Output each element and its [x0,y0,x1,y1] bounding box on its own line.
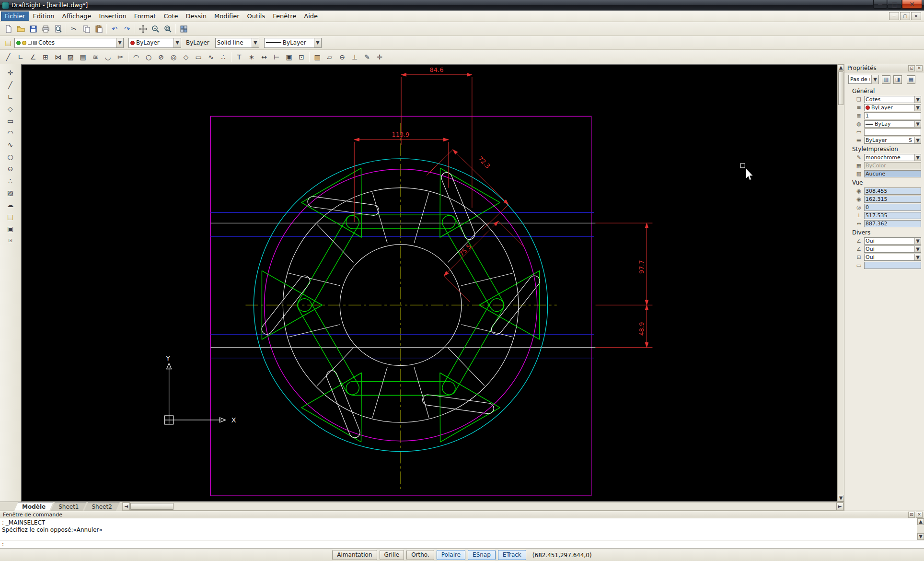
boundary-tool-button[interactable]: ▱ [323,51,336,63]
menu-edition[interactable]: Edition [29,12,58,21]
polyline-tool-button[interactable]: ∟ [4,91,17,102]
zoom-fit-button[interactable] [162,23,174,35]
scroll-thumb[interactable] [130,503,173,510]
menu-modifier[interactable]: Modifier [210,12,243,21]
region-tool-button[interactable]: ▤ [4,211,17,222]
close-panel-button[interactable]: ✕ [916,65,923,71]
tangent-tool-button[interactable]: ⊘ [155,51,167,63]
tab-modele[interactable]: Modèle [14,502,53,511]
close-command-button[interactable]: ✕ [916,512,923,518]
copy-button[interactable] [80,23,92,35]
misc-ucs-origin-combo[interactable]: Oui▼ [864,245,921,253]
menu-outils[interactable]: Outils [243,12,269,21]
edit-tool-button[interactable]: ✎ [361,51,373,63]
polyline-tool-button[interactable]: ∟ [14,51,27,63]
scroll-down-button[interactable]: ▼ [917,533,924,540]
status-ortho-button[interactable]: Ortho. [406,550,434,560]
print-button[interactable] [39,23,52,35]
prop-layer-combo[interactable]: Cotes▼ [864,96,921,103]
circle-tool-button[interactable]: ○ [142,51,155,63]
scroll-up-button[interactable]: ▲ [917,518,924,525]
menu-fichier[interactable]: Fichier [1,12,29,21]
insert-block-button[interactable]: ⊡ [295,51,308,63]
prop-hyperlink-field[interactable] [864,129,921,136]
ellipse-tool-button[interactable]: ⊖ [4,163,17,174]
drawing-canvas[interactable]: 84.6 113.9 72.3 [21,64,837,502]
array-tool-button[interactable]: ⊞ [39,51,52,63]
line-type-combo[interactable]: ByLayer ▼ [264,38,322,48]
block-tool-button[interactable]: ▣ [283,51,295,63]
fillet-tool-button[interactable]: ◡ [102,51,114,63]
move-tool-button[interactable]: ✛ [373,51,386,63]
dimension-tool-button[interactable]: ⊢ [270,51,283,63]
scroll-right-button[interactable]: ► [836,503,843,510]
menu-format[interactable]: Format [130,12,160,21]
command-input[interactable]: : [0,540,924,549]
command-history[interactable]: : _MAINSELECT Spécifiez le coin opposé:«… [0,518,924,540]
menu-cote[interactable]: Cote [160,12,182,21]
chamfer-tool-button[interactable]: ∠ [27,51,39,63]
line-tool-button[interactable]: ╱ [2,51,14,63]
status-etrack-button[interactable]: ETrack [498,550,526,560]
redo-button[interactable]: ↷ [121,23,133,35]
status-grille-button[interactable]: Grille [380,550,404,560]
arc-tool-button[interactable]: ◠ [130,51,142,63]
line-style-combo[interactable]: Solid line ▼ [215,38,259,48]
scroll-left-button[interactable]: ◄ [123,503,130,510]
select-filter-button[interactable]: ▥ [882,75,890,84]
print-preview-button[interactable] [52,23,64,35]
document-minimize-button[interactable]: ─ [889,12,899,20]
scroll-thumb[interactable] [838,71,843,105]
view-center-x-field[interactable]: 308.455 [864,187,921,195]
new-document-button[interactable] [2,23,14,35]
prop-linescale-field[interactable]: 1 [864,112,921,119]
line-color-combo[interactable]: ByLayer ▼ [128,38,181,48]
status-polaire-button[interactable]: Polaire [437,550,465,560]
prop-linetype-combo[interactable]: ByLay▼ [864,120,921,128]
menu-fenetre[interactable]: Fenêtre [269,12,300,21]
prop-printstyle-combo[interactable]: monochrome▼ [864,154,921,161]
hatch-tool-button[interactable]: ▨ [64,51,77,63]
region-tool-button[interactable]: ▤ [77,51,89,63]
status-aimantation-button[interactable]: Aimantation [332,550,377,560]
revision-cloud-button[interactable]: ☁ [4,199,17,210]
layer-combo[interactable]: Cotes ▼ [14,38,124,48]
spline-tool-button[interactable]: ∿ [205,51,217,63]
selection-combo[interactable]: Pas de sé ▼ [848,75,879,84]
menu-dessin[interactable]: Dessin [182,12,210,21]
spline-tool-button[interactable]: ∿ [4,139,17,150]
polygon-tool-button[interactable]: ◇ [180,51,192,63]
hatch-tool-button[interactable]: ▨ [4,187,17,198]
menu-aide[interactable]: Aide [300,12,322,21]
offset-tool-button[interactable]: ≋ [89,51,102,63]
line-tool-button[interactable]: ╱ [4,79,17,90]
view-center-z-field[interactable]: 0 [864,204,921,211]
block-tool-button[interactable]: ▣ [4,223,17,234]
rectangle-tool-button[interactable]: ▭ [4,115,17,126]
options-button[interactable] [177,23,190,35]
prop-lineweight-combo[interactable]: ByLayerS▼ [864,137,921,144]
text-tool-button[interactable]: T [233,51,245,63]
circle-tool-button[interactable]: ○ [4,151,17,162]
undo-button[interactable]: ↶ [108,23,121,35]
quick-select-button[interactable]: ◨ [893,75,902,84]
command-scrollbar[interactable]: ▲ ▼ [917,518,924,540]
open-button[interactable] [14,23,27,35]
misc-blank-field[interactable] [864,262,921,269]
ellipse-tool-button[interactable]: ⊖ [336,51,348,63]
image-tool-button[interactable]: ▥ [311,51,323,63]
perpendicular-tool-button[interactable]: ⊥ [348,51,361,63]
document-restore-button[interactable]: ▢ [900,12,910,20]
rectangle-tool-button[interactable]: ▭ [192,51,205,63]
status-esnap-button[interactable]: ESnap [468,550,496,560]
select-tool-button[interactable]: ✛ [4,67,17,78]
misc-ucs-icon-combo[interactable]: Oui▼ [864,237,921,245]
view-width-field[interactable]: 887.362 [864,220,921,227]
pan-button[interactable] [137,23,149,35]
close-button[interactable]: ✕ [902,0,922,9]
menu-affichage[interactable]: Affichage [58,12,95,21]
float-panel-button[interactable]: ⊡ [908,512,915,518]
misc-ucs-view-combo[interactable]: Oui▼ [864,254,921,261]
view-center-y-field[interactable]: 162.315 [864,196,921,203]
point-tool-button[interactable]: ∴ [4,175,17,186]
